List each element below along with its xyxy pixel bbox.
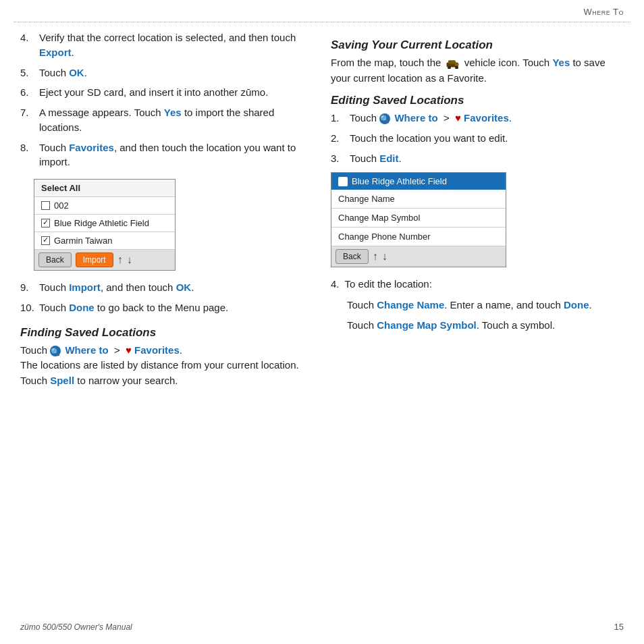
step-10-num: 10. [20, 300, 39, 315]
whereto-icon-left [50, 346, 61, 356]
footer-manual: zümo 500/550 Owner's Manual [20, 622, 132, 632]
back-button-edit-screenshot[interactable]: Back [336, 249, 369, 264]
steps-list-2: 9. Touch Import, and then touch OK. 10. … [20, 280, 311, 315]
step-10: 10. Touch Done to go back to the Menu pa… [20, 300, 311, 315]
edit-screenshot-toolbar: Back ↑ ↓ [331, 246, 506, 267]
change-name-link: Change Name [377, 299, 444, 311]
step-9-content: Touch Import, and then touch OK. [39, 280, 311, 295]
step-9: 9. Touch Import, and then touch OK. [20, 280, 311, 295]
whereto-label-right: Where to [394, 112, 437, 124]
top-rule [14, 22, 630, 22]
row-002: 002 [34, 197, 175, 215]
step-5-content: Touch OK. [39, 65, 311, 80]
screenshot-toolbar: Back Import ↑ ↓ [34, 250, 175, 270]
edit-step-2: 2. Touch the location you want to edit. [331, 131, 621, 146]
checkbox-garmin-taiwan [41, 236, 50, 245]
change-map-symbol-row: Change Map Symbol [331, 209, 506, 227]
edit-step-1-num: 1. [331, 111, 350, 126]
done-link-right: Done [564, 299, 589, 311]
heart-icon-left: ♥ [126, 344, 132, 356]
step-8: 8. Touch Favorites, and then touch the l… [20, 140, 311, 170]
step-7-content: A message appears. Touch Yes to import t… [39, 105, 311, 135]
step-5-num: 5. [20, 65, 39, 80]
ok-link-1: OK [69, 67, 84, 78]
step-6-content: Eject your SD card, and insert it into a… [39, 85, 311, 100]
edit-step-1-content: Touch Where to > ♥ Favorites. [350, 111, 621, 126]
title-icon [338, 177, 348, 186]
step-7-num: 7. [20, 105, 39, 135]
yes-link-right: Yes [552, 57, 570, 68]
change-map-link: Change Map Symbol [377, 319, 477, 331]
page-header: Where To [583, 7, 624, 17]
edit-step-3: 3. Touch Edit. [331, 151, 621, 166]
down-arrow-edit-screenshot: ↓ [382, 250, 387, 263]
step-6: 6. Eject your SD card, and insert it int… [20, 85, 311, 100]
finding-body: Touch Where to > ♥ Favorites. The locati… [20, 343, 311, 389]
step-8-content: Touch Favorites, and then touch the loca… [39, 140, 311, 170]
step-6-num: 6. [20, 85, 39, 100]
edit-screenshot-title: Blue Ridge Athletic Field [331, 173, 506, 190]
checkbox-002 [41, 201, 50, 210]
edit-step-1: 1. Touch Where to > ♥ Favorites. [331, 111, 621, 126]
change-phone-row: Change Phone Number [331, 227, 506, 246]
label-002: 002 [54, 200, 69, 211]
spell-link: Spell [50, 375, 74, 386]
change-name-paragraph: Touch Change Name. Enter a name, and tou… [347, 298, 621, 313]
svg-rect-4 [455, 63, 459, 65]
checkbox-blue-ridge [41, 219, 50, 227]
row-garmin-taiwan: Garmin Taiwan [34, 232, 175, 250]
import-link: Import [69, 281, 101, 293]
whereto-icon-right [379, 113, 390, 124]
up-arrow-screenshot: ↑ [117, 254, 123, 266]
edit-step-4-num: 4. [331, 278, 340, 290]
favorites-label-left: Favorites [134, 344, 180, 356]
edit-step-2-content: Touch the location you want to edit. [350, 131, 621, 146]
edit-step-3-num: 3. [331, 151, 350, 166]
step-8-num: 8. [20, 140, 39, 170]
right-column: Saving Your Current Location From the ma… [331, 30, 621, 339]
ok-link-2: OK [176, 281, 192, 293]
edit-link: Edit [379, 153, 398, 164]
yes-link-1: Yes [164, 107, 182, 118]
favorites-link-1: Favorites [69, 142, 114, 153]
edit-step-4: 4. To edit the location: [331, 277, 621, 292]
step-4: 4. Verify that the correct location is s… [20, 30, 311, 60]
select-all-label: Select All [41, 183, 80, 193]
vehicle-icon [446, 58, 460, 69]
step-5: 5. Touch OK. [20, 65, 311, 80]
edit-screenshot: Blue Ridge Athletic Field Change Name Ch… [331, 172, 506, 267]
done-link: Done [69, 302, 95, 313]
editing-heading: Editing Saved Locations [331, 94, 621, 107]
import-screenshot: Select All 002 Blue Ridge Athletic Field… [34, 179, 176, 271]
left-column: 4. Verify that the correct location is s… [20, 30, 311, 394]
back-button-screenshot[interactable]: Back [38, 252, 72, 267]
export-link: Export [39, 47, 72, 58]
whereto-label-left: Where to [65, 344, 108, 356]
editing-steps-list: 1. Touch Where to > ♥ Favorites. 2. Touc… [331, 111, 621, 165]
edit-step-2-num: 2. [331, 131, 350, 146]
heart-icon-right: ♥ [455, 112, 461, 124]
label-blue-ridge: Blue Ridge Athletic Field [54, 218, 149, 228]
finding-section: Finding Saved Locations Touch Where to >… [20, 326, 311, 389]
up-arrow-edit-screenshot: ↑ [373, 250, 378, 263]
saving-body: From the map, touch the vehicle icon. To… [331, 55, 621, 86]
select-all-row: Select All [34, 180, 175, 197]
down-arrow-screenshot: ↓ [127, 254, 132, 266]
saving-heading: Saving Your Current Location [331, 38, 621, 52]
page-number: 15 [614, 622, 624, 632]
row-blue-ridge: Blue Ridge Athletic Field [34, 215, 175, 232]
change-map-paragraph: Touch Change Map Symbol. Touch a symbol. [347, 318, 621, 333]
import-button-screenshot[interactable]: Import [76, 252, 113, 267]
step-7: 7. A message appears. Touch Yes to impor… [20, 105, 311, 135]
step-9-num: 9. [20, 280, 39, 295]
step-10-content: Touch Done to go back to the Menu page. [39, 300, 311, 315]
svg-rect-1 [448, 60, 456, 64]
step-4-num: 4. [20, 30, 39, 60]
finding-heading: Finding Saved Locations [20, 326, 311, 340]
step-4-content: Verify that the correct location is sele… [39, 30, 311, 60]
edit-step-3-content: Touch Edit. [350, 151, 621, 166]
steps-list-1: 4. Verify that the correct location is s… [20, 30, 311, 169]
label-garmin-taiwan: Garmin Taiwan [54, 236, 112, 246]
favorites-label-right: Favorites [464, 112, 509, 124]
edit-screenshot-title-text: Blue Ridge Athletic Field [352, 176, 447, 186]
